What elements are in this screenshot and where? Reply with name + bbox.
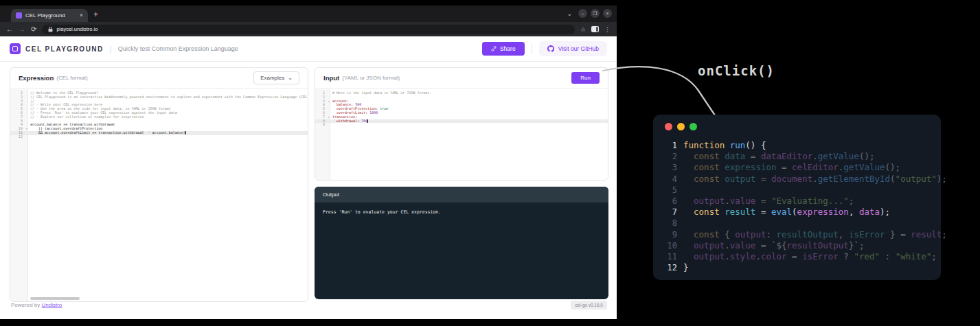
input-panel: Input (YAML or JSON format) Run 1# Here … [315, 67, 608, 181]
line-number: 5 [653, 185, 683, 196]
traffic-lights [665, 123, 697, 130]
browser-toolbar: ← → ⟳ playcel.undistro.io ☆ ⋮ [0, 22, 617, 36]
output-title: Output [323, 191, 339, 198]
chevron-down-icon[interactable]: ⌄ [567, 10, 572, 17]
browser-tab[interactable]: CEL Playground × [11, 9, 88, 22]
new-tab-button[interactable]: + [93, 10, 98, 19]
bookmark-star-icon[interactable]: ☆ [580, 26, 586, 33]
link-icon [491, 46, 497, 51]
line-number: 6 [653, 196, 683, 207]
site-subtitle: Quickly test Common Expression Language [118, 45, 238, 52]
line-number: 9 [315, 123, 330, 127]
line-content: output.style.color = isError ? "red" : "… [683, 251, 937, 262]
lock-icon [48, 27, 53, 32]
maximize-button[interactable]: ❐ [591, 9, 600, 18]
site-title: CEL PLAYGROUND [25, 45, 104, 53]
code-line: 1function run() { [653, 140, 941, 151]
traffic-light-red-icon [665, 123, 672, 130]
code-line: 6 output.value = "Evaluating..."; [653, 196, 941, 207]
code-line: 11 output.style.color = isError ? "red" … [653, 251, 941, 262]
line-number: 11 [653, 251, 683, 262]
expression-title: Expression [19, 74, 54, 82]
line-content: // - Explore our collection of examples … [28, 115, 144, 119]
horizontal-scrollbar[interactable] [29, 296, 306, 301]
github-button[interactable]: Visit our GitHub [539, 41, 607, 56]
browser-window: CEL Playground × + ⌄ – ❐ × ← → ⟳ playcel… [0, 5, 617, 319]
line-content: } [683, 262, 689, 273]
back-icon[interactable]: ← [6, 26, 13, 33]
editor-line: 9 [315, 123, 608, 127]
line-content: const expression = celEditor.getValue(); [683, 162, 900, 173]
url-bar[interactable]: playcel.undistro.io [42, 25, 575, 34]
expression-panel: Expression (CEL format) Examples ⌄ 1// W… [10, 67, 308, 302]
header-separator: | [110, 45, 112, 53]
reload-icon[interactable]: ⟳ [31, 26, 36, 33]
code-line: 3 const expression = celEditor.getValue(… [653, 162, 941, 173]
editor-line: 2// CEL Playground is an interactive Web… [10, 95, 308, 100]
window-controls: ⌄ – ❐ × [567, 9, 612, 18]
input-title: Input [323, 74, 339, 82]
line-number: 12 [653, 262, 683, 273]
line-content: output.value = `${resultOutput}`; [683, 240, 864, 251]
undistro-link[interactable]: Undistro [41, 302, 62, 308]
code-line: 2 const data = dataEditor.getValue(); [653, 151, 941, 162]
github-icon [547, 45, 554, 52]
share-button[interactable]: Share [482, 42, 525, 56]
header-actions: Share Visit our GitHub [482, 41, 607, 56]
share-label: Share [500, 45, 516, 52]
expression-editor[interactable]: 1// Welcome to the CEL Playground!2// CE… [10, 89, 308, 301]
code-line: 5 [653, 185, 941, 196]
expression-format-label: (CEL format) [56, 75, 88, 81]
minimize-button[interactable]: – [578, 9, 587, 18]
run-button[interactable]: Run [571, 72, 600, 84]
line-number: 7 [653, 207, 683, 218]
scrollbar-thumb[interactable] [30, 297, 80, 300]
tab-close-icon[interactable]: × [80, 12, 83, 19]
page-content: CEL PLAYGROUND | Quickly test Common Exp… [0, 36, 617, 319]
line-number: 1 [653, 140, 683, 151]
screenshot-canvas: CEL Playground × + ⌄ – ❐ × ← → ⟳ playcel… [0, 0, 980, 326]
examples-dropdown[interactable]: Examples ⌄ [253, 71, 299, 84]
line-number: 4 [653, 174, 683, 185]
line-number: 3 [653, 162, 683, 173]
expression-panel-header: Expression (CEL format) Examples ⌄ [10, 68, 308, 89]
line-number: 10 [653, 240, 683, 251]
traffic-light-yellow-icon [677, 123, 685, 130]
line-content: output.value = "Evaluating..."; [683, 196, 854, 207]
onclick-annotation: onClick() [698, 63, 775, 78]
close-button[interactable]: × [603, 9, 612, 18]
input-format-label: (YAML or JSON format) [342, 75, 400, 81]
header-divider [532, 43, 532, 54]
line-number: 12 [10, 135, 28, 139]
editor-line: 12 [10, 135, 308, 139]
code-line: 10 output.value = `${resultOutput}`; [653, 240, 941, 251]
powered-by-text: Powered by [11, 302, 41, 308]
examples-label: Examples [260, 75, 284, 81]
forward-icon[interactable]: → [19, 26, 25, 33]
text-cursor [367, 119, 368, 123]
browser-menu-icon[interactable]: ⋮ [604, 26, 611, 33]
code-line: 4 const output = document.getElementById… [653, 174, 941, 185]
line-number: 9 [653, 229, 683, 240]
text-cursor [185, 131, 186, 135]
line-content: const output = document.getElementById("… [683, 174, 947, 185]
traffic-light-green-icon [690, 123, 697, 130]
tab-strip: CEL Playground × + ⌄ – ❐ × [0, 5, 617, 22]
code-line: 12} [653, 262, 941, 273]
cel-playground-logo-icon [10, 43, 21, 54]
line-content: && account.overdraftLimit >= transaction… [28, 131, 186, 135]
output-panel: Output Press 'Run' to evaluate your CEL … [315, 187, 608, 299]
input-editor[interactable]: 1# Here is the input data in YAML or JSO… [315, 89, 608, 180]
line-number: 8 [653, 218, 683, 229]
code-line: 7 const result = eval(expression, data); [653, 207, 941, 218]
site-header: CEL PLAYGROUND | Quickly test Common Exp… [0, 36, 617, 62]
line-content: # Here is the input data in YAML or JSON… [330, 91, 432, 95]
version-badge: cel-go v0.16.0 [571, 301, 607, 310]
output-panel-header: Output [315, 187, 608, 202]
tab-favicon [16, 12, 22, 19]
line-number: 2 [653, 151, 683, 162]
line-content: const result = eval(expression, data); [683, 207, 890, 218]
side-panel-icon[interactable] [591, 26, 599, 32]
github-label: Visit our GitHub [558, 45, 599, 52]
tab-title: CEL Playground [25, 12, 76, 19]
